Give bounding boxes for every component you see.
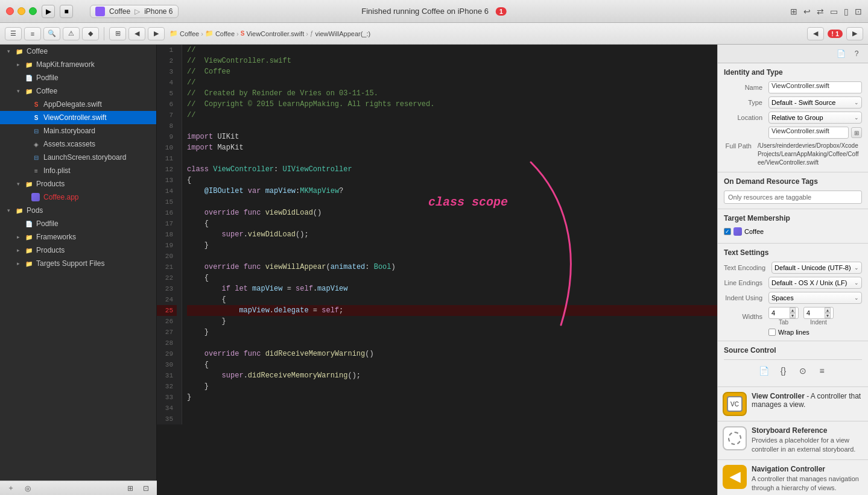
nav-view-icon[interactable]: ▭	[830, 7, 838, 16]
run-button[interactable]: ▶	[42, 5, 55, 18]
breadcrumb-item-2[interactable]: 📁 Coffee	[205, 30, 235, 37]
line-number-23: 23	[157, 283, 177, 294]
tab-width-stepper[interactable]: ▲ ▼	[790, 307, 796, 318]
sc-history-btn[interactable]: ⊙	[796, 364, 810, 378]
sc-code-btn[interactable]: {}	[776, 364, 791, 378]
stop-button[interactable]: ■	[60, 5, 73, 18]
dropdown-arrow-icon: ⌄	[854, 265, 859, 271]
sidebar-item-appdelegate[interactable]: ▸ S AppDelegate.swift	[0, 98, 156, 111]
tab-label: Tab	[779, 319, 788, 326]
sidebar-item-mapkit[interactable]: ▸ 📁 MapKit.framework	[0, 58, 156, 71]
nav-forward-btn[interactable]: ▶	[148, 27, 165, 40]
back-forward-icon[interactable]: ⇄	[817, 7, 824, 16]
vc-desc-2: Provides a placeholder for a view contro…	[752, 436, 863, 455]
scheme-selector[interactable]: Coffee ▷ iPhone 6	[90, 5, 179, 18]
split-icon[interactable]: ⊞	[124, 484, 136, 493]
sidebar-item-podfile[interactable]: ▸ 📄 Podfile	[0, 71, 156, 84]
breadcrumb-item-4[interactable]: ƒ viewWillAppear(_:)	[310, 30, 370, 37]
browse-button[interactable]: ⊞	[851, 127, 862, 138]
sidebar-item-coffee-app[interactable]: ▸ Coffee.app	[0, 191, 156, 204]
vc-text-1: View Controller - A controller that mana…	[752, 392, 863, 416]
on-demand-input[interactable]: Only resources are taggable	[724, 191, 862, 204]
help-btn[interactable]: ?	[850, 47, 863, 60]
warning-btn[interactable]: ⚠	[63, 27, 80, 40]
sidebar-item-infoplist[interactable]: ▸ ≡ Info.plist	[0, 164, 156, 177]
indent-using-select[interactable]: Spaces ⌄	[768, 292, 862, 304]
line-number-17: 17	[157, 218, 177, 229]
target-checkbox[interactable]: Coffee	[724, 227, 764, 236]
location-file-field[interactable]: ViewController.swift	[768, 127, 849, 139]
sidebar-item-frameworks[interactable]: ▸ 📁 Frameworks	[0, 230, 156, 244]
full-screen-icon[interactable]: ⊡	[855, 7, 862, 16]
sidebar-item-launchscreen[interactable]: ▸ ⊟ LaunchScreen.storyboard	[0, 151, 156, 164]
sidebar-item-viewcontroller[interactable]: ▸ S ViewController.swift	[0, 111, 156, 124]
search-btn[interactable]: 🔍	[43, 27, 60, 40]
grid-btn[interactable]: ⊞	[109, 27, 126, 40]
breakpoints-btn[interactable]: ◆	[82, 27, 99, 40]
sidebar-item-pods-products[interactable]: ▸ 📁 Products	[0, 244, 156, 257]
sidebar-item-products[interactable]: ▾ 📁 Products	[0, 177, 156, 191]
indent-width-input[interactable]: 4 ▲ ▼	[803, 307, 834, 319]
on-demand-placeholder: Only resources are taggable	[728, 194, 811, 201]
breadcrumb-item-3[interactable]: S ViewController.swift	[241, 30, 304, 37]
maximize-button[interactable]	[29, 7, 37, 15]
add-btn[interactable]: ＋	[5, 484, 17, 493]
nav-back-btn[interactable]: ◀	[128, 27, 145, 40]
chevron-icon: ▸	[14, 260, 22, 266]
name-field[interactable]: ViewController.swift	[768, 81, 862, 93]
decrement-btn[interactable]: ▼	[825, 313, 831, 318]
increment-btn[interactable]: ▲	[790, 307, 796, 313]
line-number-21: 21	[157, 262, 177, 273]
sidebar-item-main-storyboard[interactable]: ▸ ⊟ Main.storyboard	[0, 124, 156, 137]
nav-left-btn[interactable]: ◀	[807, 27, 824, 40]
line-number-20: 20	[157, 251, 177, 262]
sidebar-item-pods-podfile[interactable]: ▸ 📄 Podfile	[0, 217, 156, 230]
location-select[interactable]: Relative to Group ⌄	[768, 112, 862, 124]
minimize-button[interactable]	[17, 7, 25, 15]
vc-text-3: Navigation Controller A controller that …	[752, 465, 863, 493]
line-endings-select[interactable]: Default - OS X / Unix (LF) ⌄	[768, 277, 862, 289]
line-number-2: 2	[157, 55, 177, 66]
code-line-17: {	[187, 218, 717, 229]
sidebar-toggle-btn[interactable]: ☰	[5, 27, 22, 40]
encoding-select[interactable]: Default - Unicode (UTF-8) ⌄	[771, 262, 862, 274]
close-button[interactable]	[6, 7, 14, 15]
app-icon	[95, 7, 105, 16]
sidebar-item-pods[interactable]: ▾ 📁 Pods	[0, 204, 156, 217]
file-inspector-btn[interactable]: 📄	[834, 47, 847, 60]
line-number-6: 6	[157, 99, 177, 110]
title-bar-text: Finished running Coffee on iPhone 6 1	[361, 7, 507, 16]
history-btn[interactable]: ≡	[24, 27, 41, 40]
dropdown-arrow-icon: ⌄	[854, 115, 859, 121]
inspector-icon[interactable]: ⊡	[140, 484, 152, 493]
sc-blame-btn[interactable]: ≡	[815, 364, 829, 378]
sidebar: ▾ 📁 Coffee ▸ 📁 MapKit.framework ▸ 📄 Podf…	[0, 45, 157, 495]
nav-right-btn[interactable]: ▶	[846, 27, 863, 40]
breadcrumb-item-1[interactable]: 📁 Coffee	[169, 30, 199, 37]
code-line-23: if let mapView = self.mapView	[187, 283, 717, 294]
sidebar-item-label: ViewController.swift	[43, 113, 106, 122]
sc-file-btn[interactable]: 📄	[757, 364, 771, 378]
chevron-icon: ▸	[14, 61, 22, 68]
wrap-checkbox[interactable]	[768, 329, 776, 336]
split-view-icon[interactable]: ▯	[844, 7, 849, 16]
increment-btn[interactable]: ▲	[825, 307, 831, 313]
filter-btn[interactable]: ◎	[22, 484, 34, 493]
type-select[interactable]: Default - Swift Source ⌄	[768, 96, 862, 109]
code-line-30: {	[187, 359, 717, 370]
error-badge: ! 1	[828, 30, 843, 38]
sidebar-item-coffee-group[interactable]: ▾ 📁 Coffee	[0, 84, 156, 98]
sidebar-item-assets[interactable]: ▸ ◈ Assets.xcassets	[0, 137, 156, 151]
wrap-label: Wrap lines	[778, 329, 809, 336]
code-editor[interactable]: 1 2 3 4 5 6 7 8 9 10 11 12 13 14 15 16 1…	[157, 45, 717, 495]
sidebar-item-coffee-root[interactable]: ▾ 📁 Coffee	[0, 45, 156, 58]
layout-icon[interactable]: ⊞	[790, 7, 797, 16]
tab-width-input[interactable]: 4 ▲ ▼	[768, 307, 799, 319]
sidebar-item-label: Frameworks	[36, 233, 76, 241]
type-value: Default - Swift Source	[771, 99, 835, 106]
debug-icon[interactable]: ↩	[803, 7, 811, 16]
sidebar-item-targets-support[interactable]: ▸ 📁 Targets Support Files	[0, 257, 156, 270]
decrement-btn[interactable]: ▼	[790, 313, 796, 318]
indent-width-stepper[interactable]: ▲ ▼	[825, 307, 831, 318]
file-icon: 📄	[24, 73, 34, 83]
